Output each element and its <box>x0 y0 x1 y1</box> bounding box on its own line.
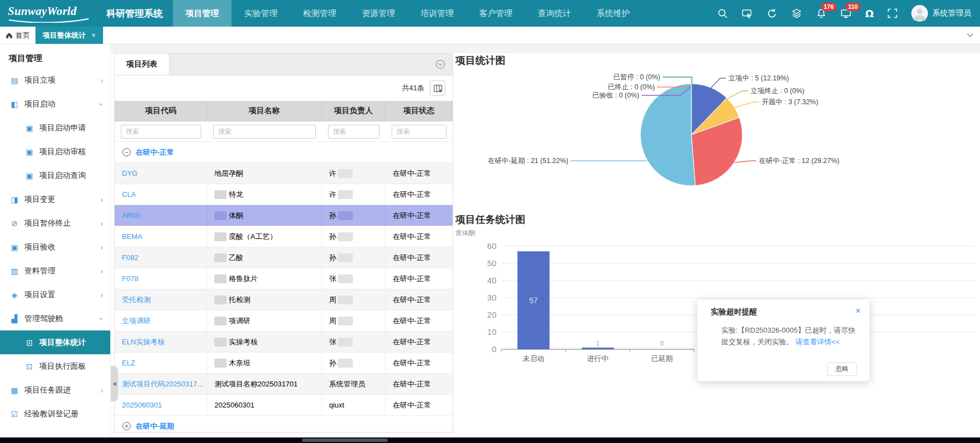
table-row[interactable]: 立项调研项调研周在研中-正常 <box>115 310 453 332</box>
bar-chart-title: 项目任务统计图 <box>455 213 525 226</box>
table-row[interactable]: F082乙酸孙在研中-正常 <box>115 247 453 268</box>
sidebar-item-经验教训登记册[interactable]: ☑经验教训登记册 <box>0 402 110 426</box>
cell-code: DYG <box>115 163 207 184</box>
view-details-link[interactable]: 请查看详情<< <box>796 338 840 346</box>
sidebar-item-资料管理[interactable]: ▥资料管理› <box>0 259 110 283</box>
column-header-项目名称[interactable]: 项目名称 <box>207 101 322 121</box>
collapse-group-icon[interactable]: − <box>122 148 131 156</box>
table-row[interactable]: BEMA度酸（A工艺）孙在研中-正常 <box>115 226 453 247</box>
project-code-link[interactable]: ELZ <box>122 359 135 367</box>
nav-item-查询统计[interactable]: 查询统计 <box>525 0 584 27</box>
logo[interactable]: SunwayWorld <box>0 4 105 23</box>
project-initiation-icon: ▤ <box>9 76 19 85</box>
sidebar-item-项目验收[interactable]: ▣项目验收› <box>0 235 110 259</box>
table-row[interactable]: 20250603012025060301qiuxt在研中-正常 <box>115 395 453 416</box>
nav-item-系统维护[interactable]: 系统维护 <box>584 0 643 27</box>
search-input-项目负责人[interactable] <box>328 125 379 139</box>
project-code-link[interactable]: F078 <box>122 274 138 283</box>
project-code-link[interactable]: 立项调研 <box>122 316 151 326</box>
tab-bar: 首页 项目整体统计 × <box>0 27 980 44</box>
project-suspend-icon: ⊘ <box>9 219 19 228</box>
top-navbar: SunwayWorld 科研管理系统 项目管理实验管理检测管理资源管理培训管理客… <box>0 0 980 27</box>
group-label[interactable]: 在研中-正常 <box>136 147 174 157</box>
nav-item-项目管理[interactable]: 项目管理 <box>173 0 232 27</box>
sidebar-item-项目启动查询[interactable]: ▣项目启动查询 <box>0 164 110 187</box>
tab-project-overall-stats[interactable]: 项目整体统计 × <box>35 27 103 44</box>
project-code-link[interactable]: BEMA <box>122 232 142 241</box>
project-code-link[interactable]: F082 <box>122 253 138 262</box>
sidebar-item-项目执行面板[interactable]: ⊡项目执行面板 <box>0 354 110 378</box>
user-menu[interactable]: 系统管理员 <box>911 5 971 22</box>
table-row[interactable]: ELN实操考核实操考核张在研中-正常 <box>115 332 453 353</box>
sidebar-item-label: 项目暂停终止 <box>24 218 71 228</box>
search-cell <box>115 121 207 141</box>
table-row[interactable]: AR05体酮孙在研中-正常 <box>115 205 453 226</box>
column-header-项目负责人[interactable]: 项目负责人 <box>322 101 386 121</box>
panel-collapse-icon[interactable] <box>435 59 445 72</box>
sidebar-collapse-handle[interactable]: ◀ <box>111 366 118 401</box>
bottom-scrollbar-thumb[interactable] <box>302 439 388 442</box>
sidebar-item-管理驾驶舱[interactable]: ▟管理驾驶舱› <box>0 307 110 330</box>
pie-label-立项终止: 立项终止 : 0 (0%) <box>751 87 804 95</box>
group-label[interactable]: 在研中-延期 <box>136 421 174 431</box>
nav-item-实验管理[interactable]: 实验管理 <box>232 0 290 27</box>
sidebar-item-项目立项[interactable]: ▤项目立项› <box>0 68 110 92</box>
ignore-button[interactable]: 忽略 <box>827 362 857 376</box>
panel-tab-project-list[interactable]: 项目列表 <box>115 54 170 75</box>
sidebar-item-项目启动审核[interactable]: ▣项目启动审核 <box>0 140 110 164</box>
project-code-link[interactable]: ELN实操考核 <box>122 337 165 347</box>
column-header-项目代码[interactable]: 项目代码 <box>115 101 207 121</box>
redaction-block <box>338 169 353 178</box>
table-row[interactable]: 受托检测托检测周在研中-正常 <box>115 289 453 310</box>
sidebar-item-label: 项目启动 <box>24 99 55 109</box>
tab-close-icon[interactable]: × <box>91 31 96 39</box>
fullscreen-icon[interactable] <box>887 8 897 18</box>
popup-close-icon[interactable]: × <box>855 306 861 315</box>
sidebar-item-项目任务跟进[interactable]: ▦项目任务跟进› <box>0 378 110 402</box>
project-code-link[interactable]: 测试项目代码20250317... <box>122 379 203 389</box>
tab-home[interactable]: 首页 <box>0 27 35 44</box>
project-code-link[interactable]: CLA <box>122 190 136 198</box>
tab-list-chevron-icon[interactable] <box>967 27 980 44</box>
table-row[interactable]: CLA特龙许在研中-正常 <box>115 184 453 205</box>
project-code-link[interactable]: 受托检测 <box>122 295 151 305</box>
expand-group-icon[interactable]: + <box>122 422 131 430</box>
sidebar-item-项目变更[interactable]: ◨项目变更› <box>0 187 110 211</box>
nav-item-客户管理[interactable]: 客户管理 <box>466 0 525 27</box>
nav-item-培训管理[interactable]: 培训管理 <box>408 0 466 27</box>
project-code-link[interactable]: DYG <box>122 169 137 177</box>
search-input-项目状态[interactable] <box>392 125 447 139</box>
sidebar-item-项目设置[interactable]: ◈项目设置› <box>0 283 110 307</box>
sidebar-item-项目整体统计[interactable]: ⊡项目整体统计 <box>0 330 110 354</box>
search-input-项目代码[interactable] <box>121 125 201 139</box>
project-code-link[interactable]: AR05 <box>122 211 140 220</box>
table-row[interactable]: DYG地屈孕酮许在研中-正常 <box>115 163 453 184</box>
pie-label-立项中: 立项中 : 5 (12.19%) <box>728 74 789 82</box>
table-row[interactable]: ELZ木奈坦孙在研中-正常 <box>115 353 453 374</box>
refresh-icon[interactable] <box>767 8 777 19</box>
notifications-bell-icon[interactable]: 176 <box>816 8 827 19</box>
omega-icon[interactable]: Ω <box>865 8 874 19</box>
popup-title: 实验超时提醒 <box>711 307 860 317</box>
bar-y-tick-label: 20 <box>487 310 496 319</box>
panel-tab-strip: 项目列表 <box>115 54 453 75</box>
project-code-link[interactable]: 2025060301 <box>122 401 162 409</box>
search-icon[interactable] <box>717 8 728 19</box>
column-header-项目状态[interactable]: 项目状态 <box>386 101 453 121</box>
monitor-icon[interactable]: 110 <box>840 8 851 19</box>
column-config-button[interactable] <box>430 80 445 96</box>
cell-code: 立项调研 <box>115 310 207 331</box>
table-row[interactable]: 测试项目代码20250317...测试项目名称2025031701系统管理员在研… <box>115 374 453 395</box>
cell-code: 测试项目代码20250317... <box>115 374 207 394</box>
search-input-项目名称[interactable] <box>213 125 316 139</box>
sidebar-item-项目启动[interactable]: ◧项目启动› <box>0 92 110 116</box>
nav-item-资源管理[interactable]: 资源管理 <box>349 0 408 27</box>
nav-item-检测管理[interactable]: 检测管理 <box>290 0 349 27</box>
cell-name: 地屈孕酮 <box>207 163 322 184</box>
layers-icon[interactable] <box>791 8 802 19</box>
sidebar-item-项目启动申请[interactable]: ▣项目启动申请 <box>0 116 110 140</box>
pie-label-已暂停: 已暂停 : 0 (0%) <box>613 73 660 81</box>
shortcut-panel-icon[interactable] <box>742 8 753 19</box>
sidebar-item-项目暂停终止[interactable]: ⊘项目暂停终止› <box>0 211 110 235</box>
table-row[interactable]: F078格鲁肽片张在研中-正常 <box>115 268 453 289</box>
